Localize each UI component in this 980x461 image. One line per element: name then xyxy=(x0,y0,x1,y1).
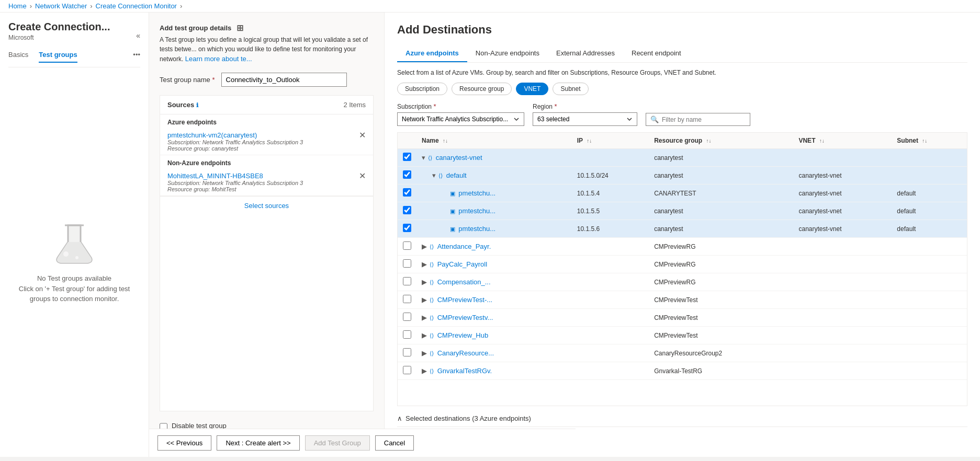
previous-button[interactable]: << Previous xyxy=(157,435,211,451)
row-name-link[interactable]: canarytest-vnet xyxy=(436,154,482,162)
learn-more-link[interactable]: Learn more about te... xyxy=(185,55,252,63)
region-filter-select[interactable]: 63 selected xyxy=(533,112,637,126)
row-checkbox[interactable] xyxy=(403,241,411,250)
row-name-link[interactable]: Compensation_... xyxy=(437,278,491,286)
row-vnet xyxy=(793,327,892,344)
tab-external-addresses[interactable]: External Addresses xyxy=(548,45,623,62)
row-checkbox-cell[interactable] xyxy=(398,309,416,327)
row-checkbox-cell[interactable] xyxy=(398,362,416,380)
row-name-link[interactable]: PayCalc_Payroll xyxy=(437,260,487,268)
region-filter-label: Region * xyxy=(533,102,637,110)
row-name-link[interactable]: CMPreviewTestv... xyxy=(437,314,493,321)
row-checkbox-cell[interactable] xyxy=(398,344,416,362)
test-group-name-input[interactable] xyxy=(221,73,347,87)
row-checkbox[interactable] xyxy=(403,188,411,197)
row-ip xyxy=(572,238,649,256)
source-non-azure-rg: Resource group: MohitTest xyxy=(167,186,303,192)
expand-icon[interactable]: ▶ xyxy=(422,349,427,357)
expand-icon[interactable]: ▶ xyxy=(422,367,427,375)
row-checkbox-cell[interactable] xyxy=(398,202,416,220)
row-checkbox-cell[interactable] xyxy=(398,149,416,167)
tab-azure-endpoints[interactable]: Azure endpoints xyxy=(397,45,467,62)
row-checkbox-cell[interactable] xyxy=(398,327,416,344)
row-checkbox-cell[interactable] xyxy=(398,256,416,273)
row-ip: 10.1.5.4 xyxy=(572,185,649,202)
row-name-link[interactable]: pmetstchu... xyxy=(458,189,495,197)
expand-icon[interactable]: ▾ xyxy=(422,154,425,162)
row-checkbox-cell[interactable] xyxy=(398,291,416,309)
row-checkbox[interactable] xyxy=(403,330,411,339)
row-name-link[interactable]: CanaryResource... xyxy=(437,349,494,357)
select-sources-button[interactable]: Select sources xyxy=(160,196,373,215)
pill-vnet[interactable]: VNET xyxy=(516,83,548,95)
subscription-filter-select[interactable]: Network Traffic Analytics Subscriptio... xyxy=(397,112,524,126)
source-link-non-azure[interactable]: MohittestLA_MININT-HB4SBE8 xyxy=(167,172,263,180)
network-icon: ⟨⟩ xyxy=(430,368,434,374)
row-checkbox[interactable] xyxy=(403,348,411,356)
sidebar-empty-state: No Test groups availableClick on '+ Test… xyxy=(8,76,140,448)
remove-non-azure-source-button[interactable]: ✕ xyxy=(359,172,366,180)
expand-icon[interactable]: ▶ xyxy=(422,278,427,286)
row-checkbox[interactable] xyxy=(403,295,411,303)
row-vnet xyxy=(793,309,892,327)
expand-icon[interactable]: ▶ xyxy=(422,243,427,250)
expand-icon[interactable]: ▶ xyxy=(422,296,427,304)
search-icon: 🔍 xyxy=(650,116,659,123)
row-name-link[interactable]: pmtestchu... xyxy=(458,207,495,215)
name-filter-input[interactable] xyxy=(662,116,746,123)
source-item-azure: pmtestchunk-vm2(canarytest) Subscription… xyxy=(160,128,373,155)
expand-icon[interactable]: ▶ xyxy=(422,314,427,321)
pill-subnet[interactable]: Subnet xyxy=(553,83,588,95)
row-checkbox-cell[interactable] xyxy=(398,238,416,256)
row-name-link[interactable]: GnvarkalTestRGv. xyxy=(437,367,492,375)
th-name: Name ↑↓ xyxy=(416,133,572,149)
tab-non-azure-endpoints[interactable]: Non-Azure endpoints xyxy=(467,45,548,62)
source-sub-rg: Resource group: canarytest xyxy=(167,145,303,152)
sidebar-nav-more[interactable]: ••• xyxy=(133,51,140,63)
sidebar-nav-test-groups[interactable]: Test groups xyxy=(39,51,77,63)
expand-icon[interactable]: ▾ xyxy=(432,171,436,179)
row-checkbox[interactable] xyxy=(403,259,411,268)
row-checkbox-cell[interactable] xyxy=(398,167,416,185)
row-checkbox[interactable] xyxy=(403,206,411,214)
panel-settings-icon[interactable]: ⊞ xyxy=(236,23,243,33)
row-checkbox[interactable] xyxy=(403,170,411,179)
table-row: ▶ ⟨⟩ PayCalc_Payroll CMPreviewRG xyxy=(398,256,967,273)
next-button[interactable]: Next : Create alert >> xyxy=(217,435,299,451)
azure-endpoints-section: Azure endpoints xyxy=(160,114,373,128)
source-link-azure[interactable]: pmtestchunk-vm2(canarytest) xyxy=(167,131,257,139)
sidebar-collapse-icon[interactable]: « xyxy=(136,31,140,40)
expand-icon[interactable]: ▶ xyxy=(422,260,427,268)
row-checkbox-cell[interactable] xyxy=(398,273,416,291)
sidebar-nav-basics[interactable]: Basics xyxy=(8,51,28,63)
selected-footer-chevron[interactable]: ∧ xyxy=(397,414,402,422)
row-name-link[interactable]: CMPreview_Hub xyxy=(437,331,489,339)
row-ip xyxy=(572,327,649,344)
tab-recent-endpoint[interactable]: Recent endpoint xyxy=(623,45,690,62)
row-name-link[interactable]: CMPreviewTest-... xyxy=(437,296,492,304)
network-icon: ⟨⟩ xyxy=(438,172,443,179)
cancel-button-middle[interactable]: Cancel xyxy=(375,435,414,451)
row-name-cell: ▶ ⟨⟩ PayCalc_Payroll xyxy=(416,256,572,273)
pill-resource-group[interactable]: Resource group xyxy=(452,83,512,95)
add-test-group-button[interactable]: Add Test Group xyxy=(305,435,370,451)
expand-icon[interactable]: ▶ xyxy=(422,331,427,339)
row-name-link[interactable]: Attendance_Payr. xyxy=(437,243,491,250)
remove-azure-source-button[interactable]: ✕ xyxy=(359,131,366,140)
row-name-link[interactable]: pmtestchu... xyxy=(458,225,495,233)
destinations-table: Name ↑↓ IP ↑↓ Resource group ↑↓ VNET ↑↓ … xyxy=(397,132,967,406)
row-checkbox[interactable] xyxy=(403,313,411,321)
row-name-link[interactable]: default xyxy=(446,171,467,179)
row-checkbox-cell[interactable] xyxy=(398,220,416,238)
row-checkbox[interactable] xyxy=(403,153,411,161)
row-checkbox[interactable] xyxy=(403,277,411,285)
row-checkbox-cell[interactable] xyxy=(398,185,416,202)
row-checkbox[interactable] xyxy=(403,366,411,374)
row-resource-group: CMPreviewTest xyxy=(649,291,793,309)
breadcrumb-create-connection-monitor[interactable]: Create Connection Monitor xyxy=(96,2,177,10)
row-vnet xyxy=(793,238,892,256)
breadcrumb-network-watcher[interactable]: Network Watcher xyxy=(35,2,87,10)
pill-subscription[interactable]: Subscription xyxy=(397,83,447,95)
breadcrumb-home[interactable]: Home xyxy=(8,2,27,10)
row-checkbox[interactable] xyxy=(403,224,411,232)
